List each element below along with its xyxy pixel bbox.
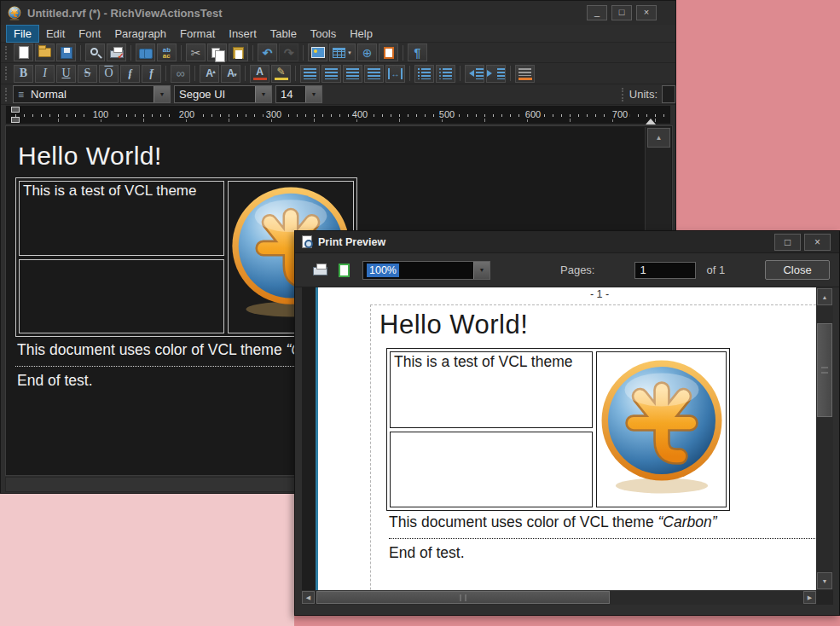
grow-font-button[interactable]: A▲ [200, 65, 219, 83]
scroll-up-button[interactable]: ▲ [647, 128, 670, 148]
bullets-button[interactable] [414, 65, 434, 83]
insert-table-button[interactable]: ▼ [329, 43, 356, 61]
preview-heading: Hello World! [379, 310, 528, 340]
find-button[interactable] [136, 43, 155, 61]
menu-file[interactable]: File [6, 25, 39, 43]
font-combo-arrow[interactable]: ▼ [255, 86, 271, 102]
superscript-button[interactable]: f2 [142, 65, 161, 83]
scroll-right-button[interactable]: ▶ [803, 591, 816, 604]
main-title-bar[interactable]: Untitled.rvf (*) - RichViewActionsTest _… [1, 1, 675, 25]
menu-insert[interactable]: Insert [222, 26, 264, 42]
save-button[interactable] [56, 43, 76, 61]
style-combo-arrow[interactable]: ▼ [154, 86, 170, 102]
style-combo-value: Normal [26, 88, 154, 101]
toolbar-grip[interactable] [622, 88, 626, 101]
doc-table-cell[interactable]: This is a test of VCL theme [19, 181, 224, 256]
pilcrow-icon: ¶ [414, 47, 421, 59]
menu-format[interactable]: Format [173, 26, 222, 42]
minimize-button[interactable]: _ [587, 5, 607, 20]
app-logo-icon [8, 6, 21, 20]
strikethrough-button[interactable]: S [78, 65, 97, 83]
toolbar-grip[interactable] [5, 46, 9, 60]
undo-button[interactable]: ↶ [258, 43, 277, 61]
preview-page[interactable]: - 1 - Hello World! This is a test of VCL… [318, 287, 816, 590]
copy-button[interactable] [207, 43, 227, 61]
size-combo-arrow[interactable]: ▼ [305, 86, 322, 102]
chevron-down-icon[interactable]: ▼ [347, 50, 352, 55]
numbering-button[interactable] [436, 65, 455, 83]
zoom-combo-arrow[interactable]: ▼ [473, 262, 490, 279]
preview-vertical-scrollbar[interactable]: ▲ ▼ [816, 287, 833, 590]
toolbar-grip[interactable] [5, 88, 9, 101]
underline-button[interactable]: U [56, 65, 76, 83]
left-indent-marker[interactable] [11, 117, 20, 123]
menu-help[interactable]: Help [343, 26, 379, 42]
scroll-up-button[interactable]: ▲ [817, 288, 832, 305]
align-center-button[interactable] [322, 65, 341, 83]
cut-button[interactable]: ✂ [186, 43, 206, 61]
menu-edit[interactable]: Edit [39, 26, 72, 42]
hidden-text-button[interactable]: ∞ [171, 65, 190, 83]
menu-paragraph[interactable]: Paragraph [107, 26, 173, 42]
show-formatting-button[interactable]: ¶ [408, 43, 427, 61]
align-right-icon [346, 68, 359, 79]
preview-page-setup-icon[interactable] [339, 264, 350, 277]
menu-table[interactable]: Table [264, 26, 304, 42]
preview-close-button[interactable]: Close [765, 260, 830, 280]
vertical-scroll-thumb[interactable] [817, 323, 832, 417]
bold-button[interactable]: B [14, 65, 33, 83]
toolbar-grip[interactable] [5, 67, 9, 80]
copy-icon [211, 48, 220, 58]
replace-button[interactable]: abac [157, 43, 177, 61]
open-button[interactable] [35, 43, 55, 61]
print-button[interactable]: ✓ [107, 43, 126, 61]
toolbar-separator [460, 66, 461, 81]
preview-maximize-button[interactable]: □ [774, 234, 801, 251]
subscript-button[interactable]: f2 [120, 65, 140, 83]
hyperlink-button[interactable]: ⊕ [357, 43, 377, 61]
shrink-font-button[interactable]: A▼ [221, 65, 240, 83]
scroll-down-button[interactable]: ▼ [817, 572, 832, 589]
first-line-indent-marker[interactable] [11, 107, 20, 113]
overline-button[interactable]: O [99, 65, 119, 83]
fit-width-button[interactable]: ↔ [385, 65, 405, 83]
paste-button[interactable] [229, 43, 248, 61]
menu-tools[interactable]: Tools [304, 26, 343, 42]
menu-font[interactable]: Font [72, 26, 107, 42]
font-color-icon: A [256, 67, 264, 77]
justify-button[interactable] [364, 65, 384, 83]
zoom-combo[interactable]: 100% ▼ [362, 261, 490, 280]
units-combo[interactable] [662, 85, 675, 103]
horizontal-scroll-thumb[interactable] [316, 591, 610, 604]
align-left-button[interactable] [300, 65, 320, 83]
paragraph-shading-button[interactable] [515, 65, 535, 83]
close-button[interactable]: × [636, 5, 657, 20]
new-document-button[interactable] [14, 43, 33, 61]
paragraph-style-combo[interactable]: ≡ Normal ▼ [13, 85, 171, 103]
insert-document-button[interactable] [379, 43, 398, 61]
overline-icon: O [104, 67, 113, 79]
redo-button[interactable]: ↷ [279, 43, 298, 61]
insert-picture-button[interactable] [308, 43, 327, 61]
page-number-input[interactable] [634, 262, 696, 279]
font-size-combo[interactable]: 14 ▼ [275, 85, 322, 103]
preview-print-icon[interactable] [313, 267, 327, 275]
right-indent-marker[interactable] [646, 113, 656, 125]
increase-indent-button[interactable] [486, 65, 506, 83]
decrease-indent-button[interactable] [465, 65, 484, 83]
italic-button[interactable]: I [35, 65, 55, 83]
undo-icon: ↶ [263, 47, 273, 59]
preview-horizontal-scrollbar[interactable]: ◀ ▶ [302, 590, 816, 605]
highlight-button[interactable]: ✎ [271, 65, 291, 83]
align-right-button[interactable] [343, 65, 362, 83]
font-color-button[interactable]: A [250, 65, 269, 83]
font-name-combo[interactable]: Segoe UI ▼ [174, 85, 272, 103]
preview-close-x-button[interactable]: × [804, 234, 831, 251]
preview-title-bar[interactable]: Print Preview □ × [295, 231, 839, 253]
ruler[interactable]: 100 200 300 400 500 600 700 [5, 105, 671, 125]
maximize-button[interactable]: □ [611, 5, 632, 20]
ruler-subticks [15, 119, 667, 122]
scroll-left-button[interactable]: ◀ [302, 591, 315, 604]
print-preview-button[interactable] [85, 43, 105, 61]
doc-table-cell-empty[interactable] [19, 259, 224, 334]
